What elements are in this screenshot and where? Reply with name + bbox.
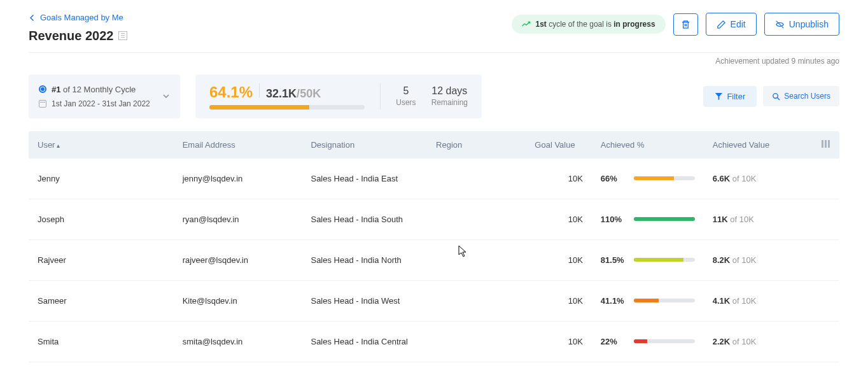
svg-point-0 [773,93,778,97]
cell-email: Kite@lsqdev.in [174,280,302,321]
cell-achieved-pct: 41.1% [592,280,704,321]
back-link[interactable]: Goals Managed by Me [29,13,123,22]
cell-goal-value: 10K [526,199,591,239]
overall-total: 50K [300,87,321,100]
users-stat: 5 Users [396,85,416,107]
unpublish-label: Unpublish [789,19,829,29]
unpublish-icon [775,20,785,29]
delete-button[interactable] [673,13,698,36]
calendar-icon [39,100,46,108]
cell-achieved-pct: 81.5% [592,239,704,280]
table-row[interactable]: Smitasmita@lsqdev.inSales Head - India C… [29,321,839,362]
page-title: Revenue 2022 [29,29,113,43]
cell-achieved-value: 6.6K of 10K [704,159,813,199]
cell-achieved-value: 4.1K of 10K [704,280,813,321]
cell-empty [813,159,840,199]
updated-text: Achievement updated 9 minutes ago [29,57,839,66]
cell-designation: Sales Head - India West [302,280,427,321]
status-text: 1st cycle of the goal is in progress [536,20,655,29]
cell-empty [813,321,840,362]
cell-achieved-pct: 66% [592,159,704,199]
cycle-selector[interactable]: #1 of 12 Monthly Cycle 1st Jan 2022 - 31… [29,74,180,118]
search-icon [772,92,780,101]
unpublish-button[interactable]: Unpublish [764,13,839,36]
cell-empty [813,280,840,321]
cell-achieved-value: 2.2K of 10K [704,321,813,362]
cell-email: smita@lsqdev.in [174,321,302,362]
pencil-icon [717,20,726,29]
remaining-stat: 12 days Remaining [431,85,468,107]
overall-percent: 64.1% [209,83,253,101]
table-row[interactable]: Josephryan@lsqdev.inSales Head - India S… [29,199,839,239]
cell-email: rajveer@lsqdev.in [174,239,302,280]
status-pill: 1st cycle of the goal is in progress [512,15,666,34]
cycle-date-range: 1st Jan 2022 - 31st Jan 2022 [39,99,150,108]
users-table: User Email Address Designation Region Go… [29,131,839,362]
filter-label: Filter [727,92,745,101]
arrow-left-icon [29,14,36,22]
cell-goal-value: 10K [526,159,591,199]
cell-email: ryan@lsqdev.in [174,199,302,239]
search-users-button[interactable]: Search Users [763,86,839,106]
cell-email: jenny@lsqdev.in [174,159,302,199]
cell-user: Sameer [29,280,174,321]
cell-designation: Sales Head - India Central [302,321,427,362]
column-header-achieved-pct[interactable]: Achieved % [592,131,704,159]
filter-icon [715,92,723,101]
divider [29,52,839,53]
table-row[interactable]: SameerKite@lsqdev.inSales Head - India W… [29,280,839,321]
table-row[interactable]: Jennyjenny@lsqdev.inSales Head - India E… [29,159,839,199]
chevron-down-icon [162,92,170,100]
cell-designation: Sales Head - India South [302,199,427,239]
cell-user: Rajveer [29,239,174,280]
cell-region [427,321,526,362]
cell-user: Smita [29,321,174,362]
cell-designation: Sales Head - India East [302,159,427,199]
cell-region [427,199,526,239]
cell-user: Jenny [29,159,174,199]
column-header-user[interactable]: User [29,131,174,159]
edit-label: Edit [731,19,746,29]
divider-vertical [380,83,381,110]
overall-achieved: 32.1K [266,87,297,100]
column-header-designation[interactable]: Designation [302,131,427,159]
cell-empty [813,239,840,280]
back-link-label: Goals Managed by Me [40,13,123,22]
columns-icon [822,140,830,148]
cell-empty [813,199,840,239]
cell-goal-value: 10K [526,321,591,362]
cell-achieved-pct: 22% [592,321,704,362]
cell-achieved-pct: 110% [592,199,704,239]
cell-goal-value: 10K [526,280,591,321]
search-label: Search Users [784,92,830,101]
trash-icon [681,20,690,29]
radio-icon [39,85,46,93]
cell-designation: Sales Head - India North [302,239,427,280]
trend-up-icon [522,21,531,27]
divider-vertical [259,83,260,97]
notes-icon[interactable] [118,31,127,40]
cell-achieved-value: 11K of 10K [704,199,813,239]
cell-region [427,239,526,280]
cell-goal-value: 10K [526,239,591,280]
cell-region [427,159,526,199]
cell-region [427,280,526,321]
column-config-button[interactable] [813,131,840,159]
column-header-email[interactable]: Email Address [174,131,302,159]
filter-button[interactable]: Filter [703,86,757,107]
progress-card: 64.1% 32.1K/50K 5 Users 12 days Remainin… [195,74,482,118]
column-header-goal-value[interactable]: Goal Value [526,131,591,159]
table-row[interactable]: Rajveerrajveer@lsqdev.inSales Head - Ind… [29,239,839,280]
column-header-region[interactable]: Region [427,131,526,159]
cell-user: Joseph [29,199,174,239]
cycle-number: #1 of 12 Monthly Cycle [39,85,150,94]
cell-achieved-value: 8.2K of 10K [704,239,813,280]
edit-button[interactable]: Edit [706,13,757,36]
overall-progress-bar [209,105,365,110]
column-header-achieved-value[interactable]: Achieved Value [704,131,813,159]
